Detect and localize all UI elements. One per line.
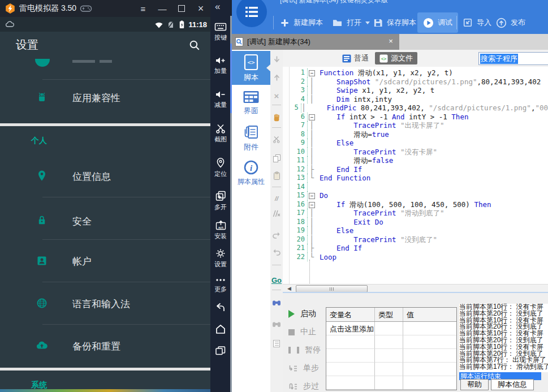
- bottom-tab-script-info[interactable]: 脚本信息: [491, 379, 534, 390]
- delete-x-icon[interactable]: ×: [270, 91, 283, 101]
- sidebar-item-screenshot[interactable]: 截图: [210, 123, 231, 144]
- nav-item-ui[interactable]: 界面: [232, 86, 270, 120]
- code-line[interactable]: 14: [289, 183, 548, 192]
- code-editor[interactable]: 1−Function 滑动(x1, y1, x2, y2, t)2│ SnapS…: [283, 67, 548, 284]
- column-header[interactable]: 变量名: [326, 308, 375, 321]
- table-cell[interactable]: [375, 335, 403, 349]
- nav-item-script-properties[interactable]: i 脚本属性: [232, 156, 270, 190]
- cut-icon[interactable]: [270, 135, 283, 145]
- fold-marker[interactable]: │: [308, 130, 316, 139]
- sidebar-item-volume-down[interactable]: 减量: [210, 89, 231, 109]
- code-line[interactable]: 12├ End If: [289, 165, 548, 174]
- move-down-icon[interactable]: [270, 54, 283, 64]
- editor-hscrollbar[interactable]: ◀: [283, 284, 548, 292]
- search-icon[interactable]: [189, 40, 200, 51]
- redo-icon[interactable]: [270, 247, 283, 257]
- copy-icon[interactable]: [270, 153, 283, 163]
- source-mode-button[interactable]: <> 源文件: [375, 52, 417, 64]
- table-cell[interactable]: [375, 363, 403, 376]
- scroll-left-arrow-icon[interactable]: ◀: [287, 286, 291, 291]
- script-tab[interactable]: [调试] 新建脚本(34) ×: [232, 34, 399, 50]
- sidebar-item-keyboard[interactable]: 按键: [210, 21, 231, 42]
- code-line[interactable]: 7│ TracePrint "出现卡屏了": [289, 121, 548, 130]
- fold-marker[interactable]: −: [308, 68, 316, 77]
- settings-item-accounts[interactable]: 帐户: [0, 245, 210, 277]
- collapse-sidebar-icon[interactable]: «: [215, 1, 220, 12]
- move-up-icon[interactable]: [270, 72, 283, 83]
- table-cell[interactable]: [403, 376, 456, 390]
- code-line[interactable]: 21├ End If: [289, 244, 548, 253]
- fold-marker[interactable]: │: [308, 156, 316, 165]
- window-menu-button[interactable]: ≡: [133, 0, 153, 17]
- fold-marker[interactable]: └: [308, 174, 316, 183]
- fold-marker[interactable]: │: [308, 209, 316, 218]
- hand-tool-icon[interactable]: [270, 112, 283, 122]
- table-cell[interactable]: [326, 363, 375, 376]
- fold-marker[interactable]: │: [308, 86, 316, 95]
- tab-close-icon[interactable]: ×: [386, 36, 396, 46]
- code-line[interactable]: 20│ TracePrint "没到底了": [289, 235, 548, 244]
- table-cell[interactable]: [326, 376, 375, 390]
- settings-item-security[interactable]: 安全: [0, 205, 210, 236]
- fold-marker[interactable]: −: [308, 191, 316, 200]
- code-line[interactable]: 6− If intX > -1 And intY > -1 Then: [289, 113, 548, 122]
- debug-stop-button[interactable]: 中止: [288, 327, 316, 337]
- code-lines[interactable]: 1−Function 滑动(x1, y1, x2, y2, t)2│ SnapS…: [289, 68, 548, 261]
- code-line[interactable]: 16− If 滑动(100, 500, 100, 450, 500) Then: [289, 200, 548, 209]
- sidebar-item-multi-instance[interactable]: 多开: [210, 190, 231, 212]
- save-script-button[interactable]: 保存脚本: [373, 14, 416, 32]
- goto-line-button[interactable]: Go: [270, 275, 283, 285]
- fold-marker[interactable]: −: [308, 200, 316, 209]
- sidebar-item-locate[interactable]: 定位: [210, 157, 231, 178]
- table-cell[interactable]: [403, 322, 456, 335]
- table-cell[interactable]: [375, 322, 403, 335]
- settings-item-location[interactable]: 位置信息: [0, 160, 210, 192]
- sidebar-item-install-apk[interactable]: apk 安装: [210, 219, 231, 240]
- table-cell[interactable]: 点击这里添加: [326, 322, 375, 335]
- find-next-icon[interactable]: [270, 319, 283, 329]
- settings-item-backup[interactable]: 备份和重置: [0, 330, 210, 361]
- column-header[interactable]: 类型: [375, 308, 403, 321]
- new-script-button[interactable]: 新建脚本: [280, 14, 323, 32]
- table-row[interactable]: [326, 335, 456, 349]
- settings-item-app-compat[interactable]: 应用兼容性: [0, 81, 210, 113]
- table-row[interactable]: [326, 349, 456, 363]
- code-line[interactable]: 4│ Dim intx,inty: [289, 95, 548, 104]
- nav-item-attachments[interactable]: 附件: [232, 121, 270, 155]
- variable-table[interactable]: 变量名类型值点击这里添加: [326, 307, 457, 390]
- normal-mode-button[interactable]: 普通: [342, 53, 369, 65]
- table-row[interactable]: [326, 363, 456, 376]
- debug-start-button[interactable]: 启动: [288, 309, 316, 319]
- fold-marker[interactable]: │: [301, 104, 307, 113]
- code-line[interactable]: 3│ Swipe x1, y1, x2, y2, t: [289, 86, 548, 95]
- debug-step-over-button[interactable]: 步过: [288, 381, 319, 391]
- debug-button[interactable]: 调试: [417, 12, 458, 33]
- code-line[interactable]: 10│ TracePrint "没有卡屏": [289, 148, 548, 157]
- window-maximize-button[interactable]: [172, 0, 191, 17]
- fold-marker[interactable]: │: [308, 95, 316, 104]
- bottom-tab-help[interactable]: 帮助: [460, 379, 489, 390]
- code-line[interactable]: 2│ SnapShot "/sdcard/pictures/1.png",80,…: [289, 77, 548, 87]
- table-cell[interactable]: [403, 349, 456, 363]
- settings-item-language[interactable]: 语言和输入法: [0, 287, 210, 319]
- nav-home-button[interactable]: [210, 324, 231, 335]
- fold-marker[interactable]: │: [308, 139, 316, 148]
- undo-icon[interactable]: [270, 230, 283, 240]
- fold-marker[interactable]: ├: [308, 165, 316, 174]
- code-line[interactable]: 1−Function 滑动(x1, y1, x2, y2, t): [289, 68, 548, 77]
- sidebar-item-more[interactable]: 更多: [210, 276, 231, 294]
- import-button[interactable]: 导入: [463, 14, 491, 32]
- nav-recents-button[interactable]: [210, 345, 231, 356]
- table-cell[interactable]: [403, 363, 456, 376]
- code-line[interactable]: 5│ FindPic 80,241,393,402, "/sdcard/pict…: [289, 104, 548, 113]
- debug-step-into-button[interactable]: 单步: [288, 363, 319, 373]
- fold-marker[interactable]: −: [308, 113, 316, 122]
- table-row[interactable]: 点击这里添加: [326, 322, 456, 335]
- ide-menu-button[interactable]: [236, 0, 267, 27]
- fold-marker[interactable]: │: [308, 218, 316, 227]
- window-close-button[interactable]: ×: [191, 0, 210, 17]
- table-cell[interactable]: [375, 349, 403, 363]
- code-line[interactable]: 13└End Function: [289, 174, 548, 183]
- code-line[interactable]: 18│ Exit Do: [289, 218, 548, 227]
- code-line[interactable]: 8│ 滑动=true: [289, 130, 548, 139]
